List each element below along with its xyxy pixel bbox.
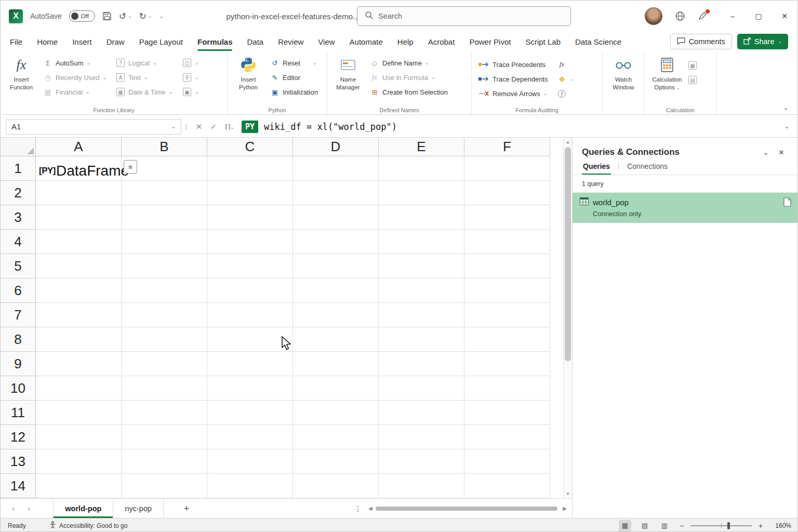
zoom-level[interactable]: 160% [772, 522, 791, 529]
cell-C1[interactable] [207, 156, 293, 181]
vertical-scrollbar-thumb[interactable] [565, 147, 571, 361]
cell-C3[interactable] [207, 205, 293, 230]
cell-D7[interactable] [293, 303, 379, 327]
show-formulas-button[interactable]: fx [555, 57, 576, 72]
select-all-corner[interactable] [1, 138, 36, 156]
use-in-formula-button[interactable]: fx Use in Formula ⌄ [368, 70, 450, 85]
quick-access-chevron-icon[interactable]: ⌄ [159, 13, 164, 20]
row-header-1[interactable]: 1 [1, 156, 36, 181]
sheet-tab-nyc-pop[interactable]: nyc-pop [113, 499, 164, 518]
define-name-button[interactable]: ◇ Define Name ⌄ [368, 56, 450, 70]
cell-E11[interactable] [379, 401, 464, 425]
query-file-icon[interactable] [783, 197, 791, 209]
cell-F14[interactable] [464, 474, 550, 498]
panel-collapse-chevron-icon[interactable]: ⌄ [758, 149, 774, 156]
cell-D14[interactable] [293, 474, 379, 498]
cell-F5[interactable] [464, 254, 550, 278]
cell-E13[interactable] [379, 449, 464, 474]
cell-D5[interactable] [293, 254, 379, 278]
cell-B6[interactable] [122, 278, 207, 303]
cell-E9[interactable] [379, 352, 464, 376]
row-header-7[interactable]: 7 [1, 303, 36, 327]
cell-F2[interactable] [464, 181, 550, 205]
menu-tab-help[interactable]: Help [397, 32, 414, 51]
cell-D13[interactable] [293, 449, 379, 474]
cell-A13[interactable] [36, 449, 122, 474]
row-header-4[interactable]: 4 [1, 230, 36, 254]
column-header-f[interactable]: F [464, 138, 550, 156]
menu-tab-power-pivot[interactable]: Power Pivot [469, 32, 511, 51]
sphere-icon[interactable] [675, 11, 685, 21]
cell-C9[interactable] [207, 352, 293, 376]
cell-D10[interactable] [293, 376, 379, 401]
pen-icon[interactable] [698, 11, 707, 21]
accessibility-status[interactable]: Accessibility: Good to go [49, 521, 127, 530]
python-object-toggle[interactable]: ⌈⌉⌄ [221, 123, 238, 130]
cell-F9[interactable] [464, 352, 550, 376]
horizontal-scrollbar-thumb[interactable] [376, 507, 558, 511]
cell-B14[interactable] [122, 474, 207, 498]
cell-B13[interactable] [122, 449, 207, 474]
insert-function-button[interactable]: fx Insert Function [5, 54, 38, 91]
menu-tab-script-lab[interactable]: Script Lab [525, 32, 561, 51]
zoom-slider[interactable] [690, 525, 752, 526]
menu-tab-view[interactable]: View [318, 32, 335, 51]
cell-D4[interactable] [293, 230, 379, 254]
comments-button[interactable]: Comments [670, 34, 732, 49]
editor-button[interactable]: ✎ Editor [268, 70, 320, 85]
normal-view-button[interactable]: ▦ [619, 520, 631, 531]
math-trig-button[interactable]: θ ⌄ [180, 70, 202, 85]
row-header-8[interactable]: 8 [1, 327, 36, 352]
cell-D12[interactable] [293, 425, 379, 449]
lookup-reference-button[interactable]: ◫ ⌄ [180, 56, 202, 70]
menu-tab-formulas[interactable]: Formulas [197, 32, 233, 51]
menu-tab-automate[interactable]: Automate [350, 32, 383, 51]
cell-F12[interactable] [464, 425, 550, 449]
cell-C14[interactable] [207, 474, 293, 498]
query-item[interactable]: world_pop Connection only. [573, 193, 798, 223]
cell-F8[interactable] [464, 327, 550, 352]
row-header-3[interactable]: 3 [1, 205, 36, 230]
evaluate-formula-button[interactable]: f [555, 86, 576, 101]
name-box[interactable]: A1 ⌄ [6, 119, 181, 135]
menu-tab-file[interactable]: File [10, 32, 22, 51]
cell-F1[interactable] [464, 156, 550, 181]
cell-D9[interactable] [293, 352, 379, 376]
cell-A4[interactable] [36, 230, 122, 254]
cell-C7[interactable] [207, 303, 293, 327]
cell-C5[interactable] [207, 254, 293, 278]
menu-tab-data-science[interactable]: Data Science [575, 32, 621, 51]
cell-F4[interactable] [464, 230, 550, 254]
logical-button[interactable]: ? Logical ⌄ [114, 56, 180, 70]
calculate-sheet-button[interactable]: ▤ [686, 73, 699, 87]
name-manager-button[interactable]: Name Manager [331, 54, 365, 91]
calculate-now-button[interactable]: ▦ [686, 58, 699, 73]
more-functions-button[interactable]: ▣ ⌄ [180, 85, 202, 99]
text-button[interactable]: A Text ⌄ [114, 70, 180, 85]
autosave-toggle[interactable]: Off [69, 10, 95, 22]
vertical-scrollbar[interactable]: ▲ ▼ [563, 138, 572, 498]
zoom-in-button[interactable]: + [757, 522, 764, 530]
scroll-up-arrow-icon[interactable]: ▲ [564, 140, 572, 144]
tab-queries[interactable]: Queries [582, 162, 611, 175]
tab-connections[interactable]: Connections [626, 162, 669, 175]
page-break-view-button[interactable]: ▥ [658, 520, 671, 531]
cell-F3[interactable] [464, 205, 550, 230]
horizontal-scrollbar-track[interactable] [375, 506, 561, 511]
cell-E12[interactable] [379, 425, 464, 449]
column-header-a[interactable]: A [36, 138, 122, 156]
sheet-nav-right-icon[interactable]: › [28, 503, 31, 514]
close-button[interactable]: ✕ [772, 1, 797, 32]
cell-B12[interactable] [122, 425, 207, 449]
cell-A12[interactable] [36, 425, 122, 449]
cell-A14[interactable] [36, 474, 122, 498]
scroll-left-arrow-icon[interactable]: ◀ [368, 506, 373, 511]
menu-tab-data[interactable]: Data [247, 32, 263, 51]
scroll-down-arrow-icon[interactable]: ▼ [564, 491, 572, 496]
watch-window-button[interactable]: Watch Window [607, 54, 640, 91]
sheet-tab-world-pop[interactable]: world-pop [53, 499, 113, 518]
create-from-selection-button[interactable]: ⊞ Create from Selection [368, 85, 450, 99]
menu-tab-page-layout[interactable]: Page Layout [139, 32, 183, 51]
cell-A6[interactable] [36, 278, 122, 303]
add-sheet-button[interactable]: + [179, 503, 194, 514]
